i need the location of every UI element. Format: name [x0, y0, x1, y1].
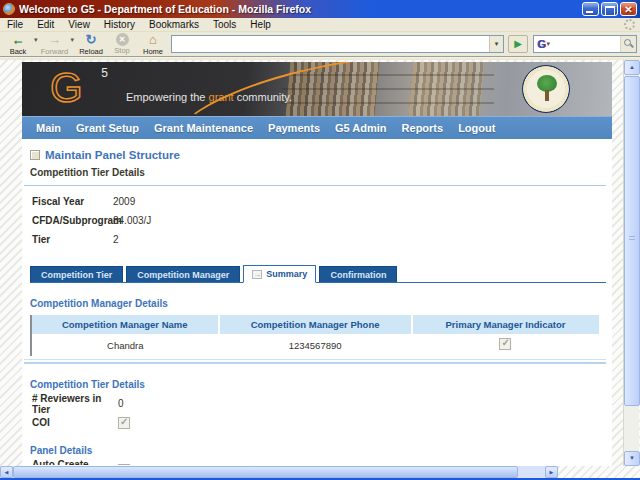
- search-button[interactable]: [620, 36, 636, 52]
- page-title-icon: [30, 150, 40, 160]
- tab-competition-manager[interactable]: Competition Manager: [126, 266, 240, 282]
- stop-icon: ✕: [116, 33, 129, 46]
- tier-row: Tier 2: [32, 232, 606, 247]
- google-logo-icon: G: [534, 38, 547, 50]
- reviewers-label: # Reviewers in Tier: [32, 393, 118, 415]
- coi-checkbox: [118, 417, 130, 429]
- manager-phone-cell: 1234567890: [219, 334, 412, 356]
- panel-details-heading: Panel Details: [30, 445, 606, 456]
- page-content: G 5 Empowering the grant community. Main…: [22, 62, 612, 466]
- manager-details-heading: Competition Manager Details: [30, 298, 606, 309]
- search-engine-dropdown-icon[interactable]: ▾: [547, 40, 551, 48]
- tier-value: 2: [113, 234, 119, 245]
- tab-summary[interactable]: →Summary: [243, 265, 316, 283]
- g5-banner: G 5 Empowering the grant community.: [22, 62, 612, 116]
- tab-confirmation[interactable]: Confirmation: [319, 266, 397, 282]
- back-dropdown-icon[interactable]: ▾: [34, 36, 38, 44]
- banner-swoosh: [170, 62, 487, 116]
- reload-button[interactable]: ↻ Reload: [76, 31, 106, 57]
- back-button[interactable]: ← Back: [3, 31, 33, 57]
- search-input[interactable]: [551, 37, 620, 51]
- scroll-down-icon[interactable]: ▼: [624, 451, 640, 466]
- window-title: Welcome to G5 - Department of Education …: [19, 3, 582, 15]
- vertical-scrollbar-thumb[interactable]: [624, 76, 640, 406]
- primary-indicator-cell: [412, 334, 600, 356]
- col-manager-phone: Competition Manager Phone: [219, 315, 412, 334]
- menu-history[interactable]: History: [97, 18, 142, 31]
- home-button[interactable]: ⌂ Home: [138, 31, 168, 57]
- search-box: G ▾: [533, 35, 637, 53]
- reload-icon: ↻: [86, 33, 97, 47]
- browser-viewport: G 5 Empowering the grant community. Main…: [0, 60, 640, 466]
- menu-help[interactable]: Help: [243, 18, 278, 31]
- manager-table: Competition Manager Name Competition Man…: [30, 315, 600, 356]
- home-icon: ⌂: [149, 33, 157, 47]
- manager-table-row: Chandra 1234567890: [31, 334, 599, 356]
- nav-main[interactable]: Main: [36, 122, 61, 134]
- auto-create-checkbox[interactable]: [118, 464, 130, 466]
- auto-create-row: Auto Create Panels: [32, 462, 606, 465]
- tier-details-2-heading: Competition Tier Details: [30, 379, 606, 390]
- cfda-label: CFDA/Subprogram: [32, 215, 113, 226]
- firefox-icon: [3, 3, 15, 15]
- tab-bar: Competition Tier Competition Manager →Su…: [30, 265, 606, 283]
- nav-g5-admin[interactable]: G5 Admin: [335, 122, 387, 134]
- page-title: Maintain Panel Structure: [45, 149, 180, 161]
- fiscal-year-row: Fiscal Year 2009: [32, 194, 606, 209]
- tier-label: Tier: [32, 234, 113, 245]
- close-button[interactable]: [620, 2, 637, 16]
- minimize-button[interactable]: [582, 2, 599, 16]
- tab-competition-tier[interactable]: Competition Tier: [30, 266, 123, 282]
- scroll-right-icon[interactable]: ▶: [545, 466, 558, 478]
- vertical-scrollbar[interactable]: ▲ ▼: [623, 60, 639, 466]
- banner-tagline: Empowering the grant community.: [126, 91, 292, 103]
- reviewers-row: # Reviewers in Tier 0: [32, 396, 606, 411]
- col-primary-indicator: Primary Manager Indicator: [412, 315, 600, 334]
- scroll-up-icon[interactable]: ▲: [624, 60, 640, 75]
- fiscal-year-label: Fiscal Year: [32, 196, 113, 207]
- window-titlebar: Welcome to G5 - Department of Education …: [0, 0, 640, 18]
- throbber-icon: [624, 19, 635, 30]
- address-dropdown-icon[interactable]: ▾: [489, 36, 503, 52]
- stop-button[interactable]: ✕ Stop: [107, 31, 137, 57]
- forward-button[interactable]: → Forward: [40, 31, 70, 57]
- scroll-left-icon[interactable]: ◀: [0, 466, 13, 478]
- menu-file[interactable]: File: [0, 18, 30, 31]
- nav-grant-setup[interactable]: Grant Setup: [76, 122, 139, 134]
- cfda-row: CFDA/Subprogram 84.003/J: [32, 213, 606, 228]
- nav-payments[interactable]: Payments: [268, 122, 320, 134]
- forward-icon: →: [48, 33, 61, 47]
- menu-edit[interactable]: Edit: [30, 18, 61, 31]
- education-seal-icon: [522, 65, 570, 113]
- cfda-value: 84.003/J: [113, 215, 151, 226]
- divider: [24, 359, 606, 364]
- restore-button[interactable]: [601, 2, 618, 16]
- fiscal-year-value: 2009: [113, 196, 135, 207]
- col-manager-name: Competition Manager Name: [31, 315, 219, 334]
- tier-details-heading: Competition Tier Details: [30, 167, 606, 178]
- nav-logout[interactable]: Logout: [458, 122, 495, 134]
- horizontal-scrollbar-thumb[interactable]: [13, 466, 518, 478]
- coi-label: COI: [32, 417, 118, 428]
- nav-grant-maintenance[interactable]: Grant Maintenance: [154, 122, 253, 134]
- coi-row: COI: [32, 415, 606, 430]
- menu-view[interactable]: View: [61, 18, 97, 31]
- main-panel: Maintain Panel Structure Competition Tie…: [22, 139, 612, 465]
- go-button[interactable]: ▶: [508, 35, 528, 53]
- address-input[interactable]: [172, 37, 489, 51]
- navigation-toolbar: ← Back ▾ → Forward ▾ ↻ Reload ✕ Stop ⌂ H…: [0, 32, 640, 58]
- active-tab-arrow-icon: →: [252, 270, 262, 279]
- auto-create-label: Auto Create Panels: [32, 459, 118, 466]
- menu-tools[interactable]: Tools: [206, 18, 243, 31]
- bottom-bar: ◀ ▶: [0, 466, 640, 478]
- g5-logo: G 5: [50, 64, 110, 114]
- address-bar: ▾: [171, 35, 504, 53]
- primary-manager-checkbox: [499, 338, 511, 350]
- back-icon: ←: [12, 33, 25, 47]
- manager-table-header: Competition Manager Name Competition Man…: [31, 315, 599, 334]
- horizontal-scrollbar[interactable]: ◀ ▶: [0, 466, 558, 478]
- manager-name-cell: Chandra: [31, 334, 219, 356]
- nav-reports[interactable]: Reports: [402, 122, 444, 134]
- forward-dropdown-icon[interactable]: ▾: [71, 36, 75, 44]
- menu-bookmarks[interactable]: Bookmarks: [142, 18, 206, 31]
